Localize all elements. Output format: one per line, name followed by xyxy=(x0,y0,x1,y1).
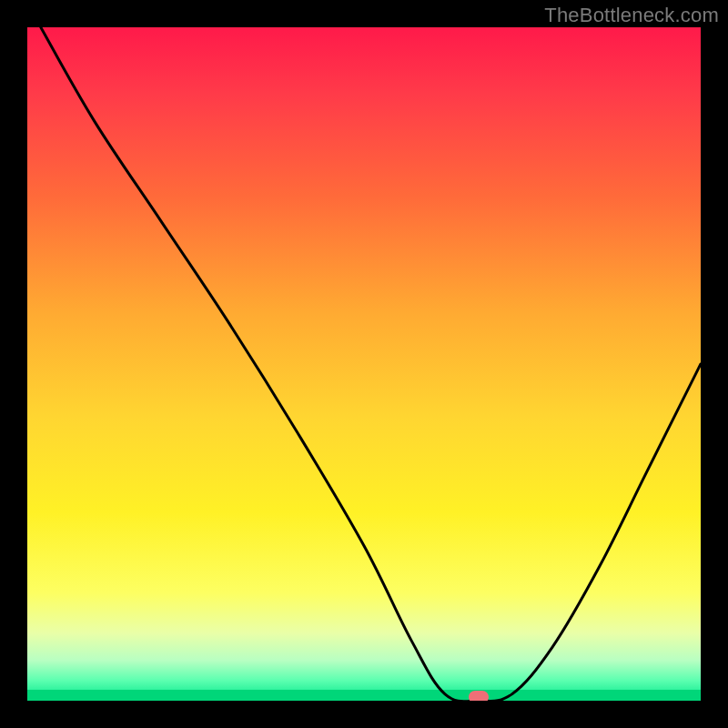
chart-frame: TheBottleneck.com xyxy=(0,0,728,728)
optimal-point-marker xyxy=(469,691,489,701)
watermark-text: TheBottleneck.com xyxy=(544,4,719,27)
plot-area xyxy=(27,27,701,701)
bottleneck-line xyxy=(27,27,701,701)
